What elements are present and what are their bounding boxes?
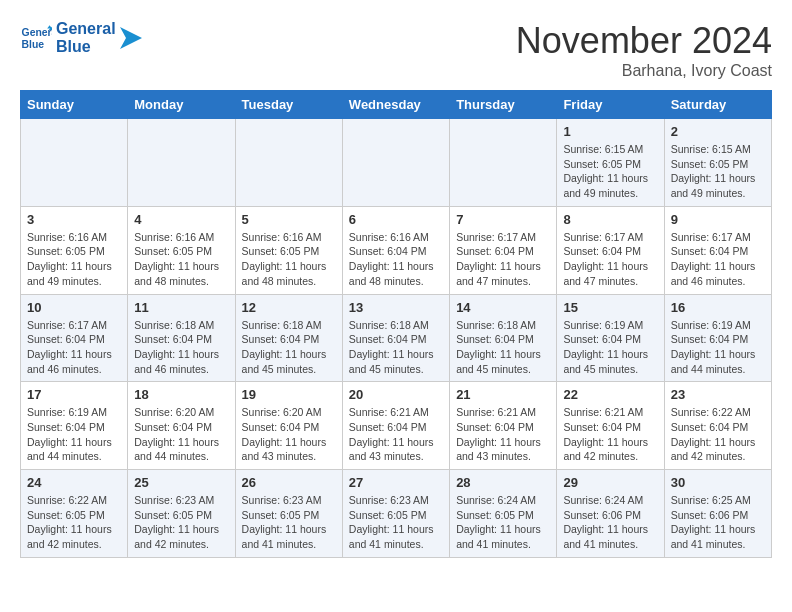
calendar-cell: 5Sunrise: 6:16 AM Sunset: 6:05 PM Daylig… — [235, 206, 342, 294]
calendar-cell: 10Sunrise: 6:17 AM Sunset: 6:04 PM Dayli… — [21, 294, 128, 382]
logo-line2: Blue — [56, 38, 116, 56]
calendar-cell: 1Sunrise: 6:15 AM Sunset: 6:05 PM Daylig… — [557, 119, 664, 207]
day-info: Sunrise: 6:15 AM Sunset: 6:05 PM Dayligh… — [563, 142, 657, 201]
calendar-week-row: 24Sunrise: 6:22 AM Sunset: 6:05 PM Dayli… — [21, 470, 772, 558]
weekday-header: Sunday — [21, 91, 128, 119]
calendar-cell: 26Sunrise: 6:23 AM Sunset: 6:05 PM Dayli… — [235, 470, 342, 558]
calendar-cell: 15Sunrise: 6:19 AM Sunset: 6:04 PM Dayli… — [557, 294, 664, 382]
calendar-cell: 4Sunrise: 6:16 AM Sunset: 6:05 PM Daylig… — [128, 206, 235, 294]
day-number: 17 — [27, 387, 121, 402]
calendar-cell: 13Sunrise: 6:18 AM Sunset: 6:04 PM Dayli… — [342, 294, 449, 382]
title-block: November 2024 Barhana, Ivory Coast — [516, 20, 772, 80]
day-number: 30 — [671, 475, 765, 490]
calendar-cell: 25Sunrise: 6:23 AM Sunset: 6:05 PM Dayli… — [128, 470, 235, 558]
weekday-header: Saturday — [664, 91, 771, 119]
day-number: 21 — [456, 387, 550, 402]
weekday-header: Thursday — [450, 91, 557, 119]
day-info: Sunrise: 6:19 AM Sunset: 6:04 PM Dayligh… — [671, 318, 765, 377]
calendar-cell: 9Sunrise: 6:17 AM Sunset: 6:04 PM Daylig… — [664, 206, 771, 294]
calendar-cell: 3Sunrise: 6:16 AM Sunset: 6:05 PM Daylig… — [21, 206, 128, 294]
day-info: Sunrise: 6:17 AM Sunset: 6:04 PM Dayligh… — [27, 318, 121, 377]
day-info: Sunrise: 6:20 AM Sunset: 6:04 PM Dayligh… — [134, 405, 228, 464]
day-info: Sunrise: 6:21 AM Sunset: 6:04 PM Dayligh… — [349, 405, 443, 464]
calendar-week-row: 3Sunrise: 6:16 AM Sunset: 6:05 PM Daylig… — [21, 206, 772, 294]
weekday-header: Monday — [128, 91, 235, 119]
calendar-cell: 18Sunrise: 6:20 AM Sunset: 6:04 PM Dayli… — [128, 382, 235, 470]
day-number: 23 — [671, 387, 765, 402]
day-info: Sunrise: 6:17 AM Sunset: 6:04 PM Dayligh… — [563, 230, 657, 289]
day-info: Sunrise: 6:21 AM Sunset: 6:04 PM Dayligh… — [563, 405, 657, 464]
day-number: 19 — [242, 387, 336, 402]
calendar-cell: 7Sunrise: 6:17 AM Sunset: 6:04 PM Daylig… — [450, 206, 557, 294]
day-number: 13 — [349, 300, 443, 315]
day-number: 9 — [671, 212, 765, 227]
calendar-header-row: SundayMondayTuesdayWednesdayThursdayFrid… — [21, 91, 772, 119]
calendar-cell — [235, 119, 342, 207]
calendar-cell: 19Sunrise: 6:20 AM Sunset: 6:04 PM Dayli… — [235, 382, 342, 470]
calendar-cell: 8Sunrise: 6:17 AM Sunset: 6:04 PM Daylig… — [557, 206, 664, 294]
day-number: 25 — [134, 475, 228, 490]
day-info: Sunrise: 6:23 AM Sunset: 6:05 PM Dayligh… — [134, 493, 228, 552]
day-number: 11 — [134, 300, 228, 315]
day-info: Sunrise: 6:21 AM Sunset: 6:04 PM Dayligh… — [456, 405, 550, 464]
day-number: 18 — [134, 387, 228, 402]
weekday-header: Wednesday — [342, 91, 449, 119]
day-info: Sunrise: 6:16 AM Sunset: 6:05 PM Dayligh… — [134, 230, 228, 289]
svg-marker-4 — [120, 27, 142, 49]
day-info: Sunrise: 6:15 AM Sunset: 6:05 PM Dayligh… — [671, 142, 765, 201]
location: Barhana, Ivory Coast — [516, 62, 772, 80]
day-number: 29 — [563, 475, 657, 490]
day-info: Sunrise: 6:18 AM Sunset: 6:04 PM Dayligh… — [349, 318, 443, 377]
month-title: November 2024 — [516, 20, 772, 62]
day-info: Sunrise: 6:16 AM Sunset: 6:05 PM Dayligh… — [27, 230, 121, 289]
day-number: 24 — [27, 475, 121, 490]
calendar-cell: 22Sunrise: 6:21 AM Sunset: 6:04 PM Dayli… — [557, 382, 664, 470]
calendar-cell: 20Sunrise: 6:21 AM Sunset: 6:04 PM Dayli… — [342, 382, 449, 470]
weekday-header: Tuesday — [235, 91, 342, 119]
calendar-table: SundayMondayTuesdayWednesdayThursdayFrid… — [20, 90, 772, 558]
day-number: 22 — [563, 387, 657, 402]
calendar-cell: 6Sunrise: 6:16 AM Sunset: 6:04 PM Daylig… — [342, 206, 449, 294]
weekday-header: Friday — [557, 91, 664, 119]
calendar-cell: 23Sunrise: 6:22 AM Sunset: 6:04 PM Dayli… — [664, 382, 771, 470]
day-info: Sunrise: 6:17 AM Sunset: 6:04 PM Dayligh… — [456, 230, 550, 289]
day-number: 15 — [563, 300, 657, 315]
day-number: 12 — [242, 300, 336, 315]
day-number: 4 — [134, 212, 228, 227]
day-number: 26 — [242, 475, 336, 490]
calendar-cell: 12Sunrise: 6:18 AM Sunset: 6:04 PM Dayli… — [235, 294, 342, 382]
day-info: Sunrise: 6:22 AM Sunset: 6:05 PM Dayligh… — [27, 493, 121, 552]
calendar-cell — [450, 119, 557, 207]
day-info: Sunrise: 6:18 AM Sunset: 6:04 PM Dayligh… — [242, 318, 336, 377]
day-number: 27 — [349, 475, 443, 490]
day-number: 5 — [242, 212, 336, 227]
calendar-cell — [128, 119, 235, 207]
day-number: 7 — [456, 212, 550, 227]
day-info: Sunrise: 6:18 AM Sunset: 6:04 PM Dayligh… — [134, 318, 228, 377]
svg-text:Blue: Blue — [22, 38, 45, 49]
day-number: 28 — [456, 475, 550, 490]
calendar-cell: 21Sunrise: 6:21 AM Sunset: 6:04 PM Dayli… — [450, 382, 557, 470]
day-info: Sunrise: 6:19 AM Sunset: 6:04 PM Dayligh… — [563, 318, 657, 377]
svg-text:General: General — [22, 27, 52, 38]
day-info: Sunrise: 6:17 AM Sunset: 6:04 PM Dayligh… — [671, 230, 765, 289]
logo: General Blue General Blue — [20, 20, 142, 55]
day-info: Sunrise: 6:16 AM Sunset: 6:04 PM Dayligh… — [349, 230, 443, 289]
day-info: Sunrise: 6:23 AM Sunset: 6:05 PM Dayligh… — [242, 493, 336, 552]
calendar-cell — [21, 119, 128, 207]
day-number: 8 — [563, 212, 657, 227]
calendar-cell: 2Sunrise: 6:15 AM Sunset: 6:05 PM Daylig… — [664, 119, 771, 207]
day-number: 16 — [671, 300, 765, 315]
calendar-cell: 11Sunrise: 6:18 AM Sunset: 6:04 PM Dayli… — [128, 294, 235, 382]
day-number: 1 — [563, 124, 657, 139]
calendar-cell — [342, 119, 449, 207]
day-number: 3 — [27, 212, 121, 227]
calendar-cell: 27Sunrise: 6:23 AM Sunset: 6:05 PM Dayli… — [342, 470, 449, 558]
calendar-cell: 17Sunrise: 6:19 AM Sunset: 6:04 PM Dayli… — [21, 382, 128, 470]
day-info: Sunrise: 6:18 AM Sunset: 6:04 PM Dayligh… — [456, 318, 550, 377]
day-info: Sunrise: 6:16 AM Sunset: 6:05 PM Dayligh… — [242, 230, 336, 289]
logo-line1: General — [56, 20, 116, 38]
day-number: 6 — [349, 212, 443, 227]
calendar-cell: 28Sunrise: 6:24 AM Sunset: 6:05 PM Dayli… — [450, 470, 557, 558]
calendar-week-row: 10Sunrise: 6:17 AM Sunset: 6:04 PM Dayli… — [21, 294, 772, 382]
